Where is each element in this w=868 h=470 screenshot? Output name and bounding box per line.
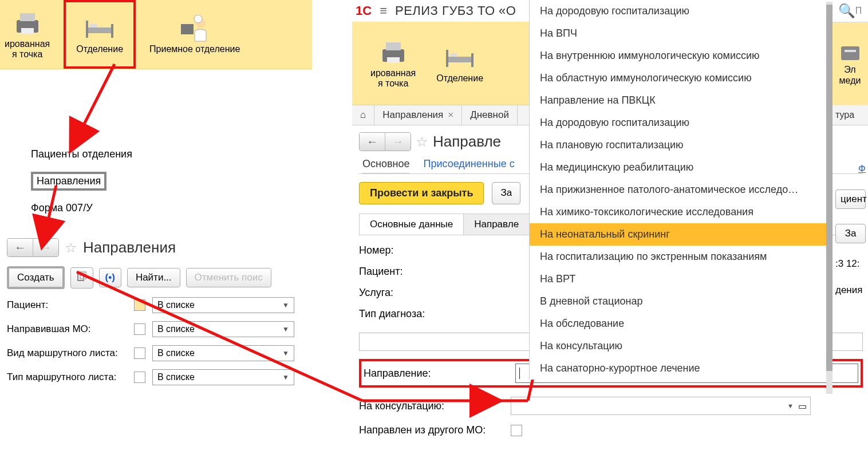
tab-directions[interactable]: Направления×	[374, 105, 462, 125]
dropdown-item[interactable]: На областную иммунологическую комиссию	[530, 67, 826, 89]
dropdown-item[interactable]: Направление на ПВКЦК	[530, 89, 826, 112]
dropdown-item[interactable]: На плановую госпитализацию	[530, 134, 826, 156]
svg-rect-19	[841, 46, 859, 60]
field-from-other-check[interactable]	[511, 425, 522, 436]
dropdown-item[interactable]: На химико-токсикологические исследования	[530, 201, 826, 223]
svg-point-9	[194, 15, 202, 23]
svg-rect-4	[86, 21, 88, 38]
dropdown-item[interactable]: На медицинскую реабилитацию	[530, 156, 826, 179]
open-icon[interactable]: ▭	[798, 401, 807, 412]
sliver-tab[interactable]: тура	[832, 105, 868, 125]
nav-back-icon[interactable]: ←	[360, 133, 385, 151]
search-icon[interactable]: 🔍 П	[832, 0, 868, 22]
svg-rect-6	[89, 24, 97, 27]
printer-icon	[377, 38, 410, 67]
dropdown-item[interactable]: На неонатальный скрининг	[530, 223, 826, 246]
scrollbar[interactable]	[826, 2, 833, 394]
doc-title: Направле	[433, 133, 501, 151]
nav-arrows[interactable]: ← →	[7, 238, 59, 257]
dropdown-item[interactable]: На внутреннюю иммунологическую комиссию	[530, 45, 826, 67]
r-section-tochka[interactable]: ированнаяя точка	[360, 22, 426, 105]
field-from-other-label: Направлен из другого МО:	[359, 424, 511, 436]
dropdown-item[interactable]: На прижизненное патолого-анатомическое и…	[530, 179, 826, 201]
app-title: РЕЛИЗ ГУБЗ ТО «О	[395, 3, 516, 18]
filter-route-type-check[interactable]	[134, 372, 145, 383]
sliver-patient-button[interactable]: циент	[835, 189, 866, 209]
tab-home[interactable]: ⌂	[352, 105, 374, 125]
copy-button[interactable]	[70, 267, 93, 289]
dropdown-item[interactable]: В дневной стационар	[530, 290, 826, 313]
find-button[interactable]: Найти...	[127, 268, 180, 287]
cancel-find-button[interactable]: Отменить поис	[186, 268, 271, 287]
sliver-za-button[interactable]: За	[835, 224, 866, 243]
star-icon[interactable]: ☆	[65, 240, 77, 256]
field-dtype-label: Тип диагноза:	[359, 308, 511, 320]
dropdown-item[interactable]: На дородовую госпитализацию	[530, 112, 826, 134]
refresh-button[interactable]: (•)	[99, 268, 121, 287]
dropdown-item[interactable]: На санаторно-курортное лечение	[530, 357, 826, 380]
dropdown-item[interactable]: На дородовую госпитализацию	[530, 0, 826, 22]
filter-route-kind-check[interactable]	[134, 347, 145, 359]
nav-arrows[interactable]: ← →	[359, 132, 411, 151]
section-tochka[interactable]: ированнаяя точка	[0, 0, 60, 69]
section-main[interactable]: Основное	[362, 158, 409, 174]
filter-mo-label: Направившая МО:	[7, 323, 127, 335]
scrollbar-thumb[interactable]	[826, 5, 833, 371]
svg-rect-18	[449, 53, 457, 57]
section-otdelenie[interactable]: Отделение	[64, 0, 136, 69]
dropdown-item[interactable]: На ВПЧ	[530, 22, 826, 45]
svg-rect-17	[471, 53, 474, 67]
filter-route-type-label: Тип маршрутного листа:	[7, 372, 127, 383]
sliver-section[interactable]: Элмеди	[832, 22, 868, 105]
close-icon[interactable]: ×	[448, 109, 453, 121]
filter-patient-check[interactable]	[134, 299, 145, 311]
svg-rect-13	[386, 42, 401, 50]
svg-rect-3	[86, 27, 113, 33]
dropdown-item[interactable]: На консультацию	[530, 335, 826, 357]
tab-dnevnoy[interactable]: Дневной	[462, 105, 518, 125]
svg-rect-7	[181, 24, 194, 34]
menu-patients[interactable]: Пациенты отделения	[31, 148, 305, 160]
write-button[interactable]: За	[492, 182, 520, 204]
dropdown-item[interactable]: На госпитализацию по экстренным показани…	[530, 246, 826, 268]
hamburger-icon[interactable]: ≡	[380, 3, 387, 18]
nav-back-icon[interactable]: ←	[7, 239, 33, 256]
menu-directions[interactable]: Направления	[31, 172, 106, 191]
svg-rect-5	[111, 24, 113, 38]
post-and-close-button[interactable]: Провести и закрыть	[359, 182, 484, 204]
svg-rect-1	[20, 13, 35, 21]
dropdown-item[interactable]: На ВРТ	[530, 268, 826, 290]
svg-rect-20	[845, 50, 856, 52]
inner-tab-main[interactable]: Основные данные	[359, 214, 464, 235]
direction-dropdown[interactable]: На дородовую госпитализациюНа ВПЧНа внут…	[529, 0, 826, 380]
section-attached[interactable]: Присоединенные с	[423, 158, 514, 170]
dropdown-item[interactable]: На обследование	[530, 313, 826, 335]
logo-1c: 1C	[356, 3, 372, 18]
svg-rect-2	[21, 28, 34, 34]
bed-icon	[83, 14, 116, 43]
filter-patient-mode[interactable]: В списке▼	[152, 297, 294, 313]
filter-mo-check[interactable]	[134, 323, 145, 335]
bed-icon	[443, 44, 476, 72]
filter-mo-mode[interactable]: В списке▼	[152, 321, 294, 337]
r-section-otdelenie[interactable]: Отделение	[426, 22, 494, 105]
create-button[interactable]: Создать	[7, 266, 65, 289]
filter-route-type-mode[interactable]: В списке▼	[152, 369, 294, 385]
field-consult-label: На консультацию:	[359, 400, 511, 412]
home-icon: ⌂	[360, 109, 366, 121]
filter-route-kind-mode[interactable]: В списке▼	[152, 345, 294, 361]
printer-icon	[11, 9, 44, 38]
nav-fwd-icon[interactable]: →	[385, 133, 411, 151]
star-icon[interactable]: ☆	[416, 134, 428, 150]
nav-fwd-icon[interactable]: →	[33, 239, 58, 256]
section-priemnoe[interactable]: Приемное отделение	[139, 0, 250, 69]
filter-route-kind-label: Вид маршрутного листа:	[7, 347, 127, 359]
field-consult-input[interactable]: ▼ ▭	[511, 397, 811, 415]
filter-patient-label: Пациент:	[7, 299, 127, 311]
field-number-label: Номер:	[359, 244, 511, 256]
field-service-label: Услуга:	[359, 287, 511, 299]
doctor-icon	[178, 14, 211, 43]
sliver-link[interactable]: Ф	[835, 163, 866, 175]
menu-form007[interactable]: Форма 007/У	[31, 202, 305, 214]
inner-tab-direction[interactable]: Направле	[463, 214, 530, 235]
